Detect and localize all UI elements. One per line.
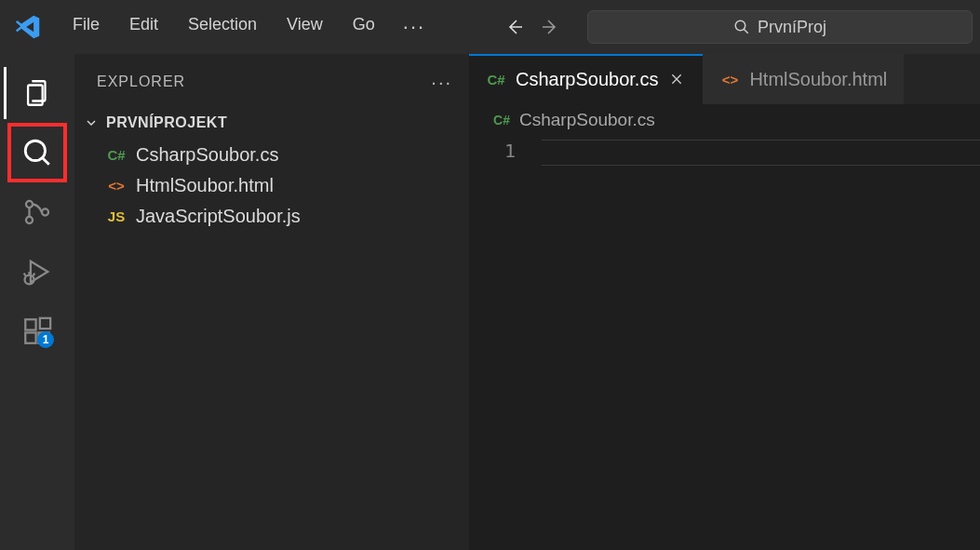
activity-bar: 1 bbox=[0, 54, 74, 550]
vscode-logo-icon bbox=[13, 12, 43, 42]
svg-point-2 bbox=[26, 201, 33, 208]
file-item-js[interactable]: JS JavaScriptSoubor.js bbox=[74, 201, 469, 232]
line-gutter: 1 bbox=[469, 136, 542, 550]
nav-forward-button[interactable] bbox=[537, 14, 563, 40]
menu-bar: File Edit Selection View Go ··· bbox=[58, 9, 438, 45]
tab-html[interactable]: <> HtmlSoubor.html bbox=[703, 54, 904, 104]
svg-point-0 bbox=[735, 20, 745, 31]
extensions-badge: 1 bbox=[37, 331, 54, 348]
menu-selection[interactable]: Selection bbox=[173, 9, 272, 45]
explorer-sidebar: EXPLORER ··· PRVNÍPROJEKT C# CsharpSoubo… bbox=[74, 54, 469, 550]
file-item-html[interactable]: <> HtmlSoubor.html bbox=[74, 170, 469, 201]
chevron-down-icon bbox=[82, 114, 101, 132]
csharp-file-icon: C# bbox=[106, 147, 127, 163]
svg-point-1 bbox=[25, 141, 45, 160]
folder-name: PRVNÍPROJEKT bbox=[106, 114, 227, 131]
command-center-search[interactable]: PrvníProj bbox=[587, 10, 973, 44]
svg-point-3 bbox=[26, 217, 33, 223]
nav-arrows bbox=[502, 14, 563, 40]
menu-file[interactable]: File bbox=[58, 9, 114, 45]
csharp-file-icon: C# bbox=[491, 113, 512, 127]
activity-search[interactable] bbox=[7, 123, 67, 182]
menu-go[interactable]: Go bbox=[338, 9, 390, 45]
menu-overflow[interactable]: ··· bbox=[390, 9, 438, 45]
breadcrumb[interactable]: C# CsharpSoubor.cs bbox=[469, 104, 980, 136]
activity-explorer[interactable] bbox=[7, 63, 67, 123]
html-file-icon: <> bbox=[719, 72, 740, 87]
activity-source-control[interactable] bbox=[7, 182, 67, 242]
explorer-title: EXPLORER bbox=[97, 74, 185, 90]
activity-extensions[interactable]: 1 bbox=[7, 302, 67, 361]
svg-point-4 bbox=[42, 208, 48, 215]
code-editor[interactable]: 1 bbox=[469, 136, 980, 550]
svg-rect-9 bbox=[40, 318, 50, 329]
csharp-file-icon: C# bbox=[486, 72, 506, 87]
tab-label: HtmlSoubor.html bbox=[749, 69, 887, 90]
search-placeholder-text: PrvníProj bbox=[758, 18, 826, 37]
menu-edit[interactable]: Edit bbox=[114, 9, 173, 45]
explorer-more-button[interactable]: ··· bbox=[431, 72, 452, 93]
file-item-csharp[interactable]: C# CsharpSoubor.cs bbox=[74, 140, 469, 170]
file-name: CsharpSoubor.cs bbox=[136, 144, 278, 166]
menu-view[interactable]: View bbox=[272, 9, 338, 45]
file-name: JavaScriptSoubor.js bbox=[136, 206, 301, 227]
svg-point-5 bbox=[25, 275, 34, 285]
nav-back-button[interactable] bbox=[502, 14, 528, 40]
js-file-icon: JS bbox=[106, 208, 127, 224]
editor-area: C# CsharpSoubor.cs <> HtmlSoubor.html C#… bbox=[469, 54, 980, 550]
file-list: C# CsharpSoubor.cs <> HtmlSoubor.html JS… bbox=[74, 136, 469, 232]
editor-tabs: C# CsharpSoubor.cs <> HtmlSoubor.html bbox=[469, 54, 980, 104]
folder-header[interactable]: PRVNÍPROJEKT bbox=[74, 110, 469, 136]
file-name: HtmlSoubor.html bbox=[136, 175, 274, 196]
svg-rect-6 bbox=[25, 319, 35, 329]
tab-csharp[interactable]: C# CsharpSoubor.cs bbox=[469, 54, 703, 104]
tab-label: CsharpSoubor.cs bbox=[516, 69, 658, 90]
title-bar: File Edit Selection View Go ··· PrvníPro… bbox=[0, 0, 980, 54]
line-number: 1 bbox=[469, 140, 516, 162]
explorer-header: EXPLORER ··· bbox=[74, 54, 469, 110]
close-icon[interactable] bbox=[667, 70, 686, 88]
activity-run-debug[interactable] bbox=[7, 242, 67, 302]
svg-rect-7 bbox=[25, 332, 35, 342]
code-content[interactable] bbox=[542, 136, 980, 550]
html-file-icon: <> bbox=[106, 178, 127, 194]
breadcrumb-file: CsharpSoubor.cs bbox=[519, 110, 655, 130]
active-line[interactable] bbox=[542, 140, 980, 166]
